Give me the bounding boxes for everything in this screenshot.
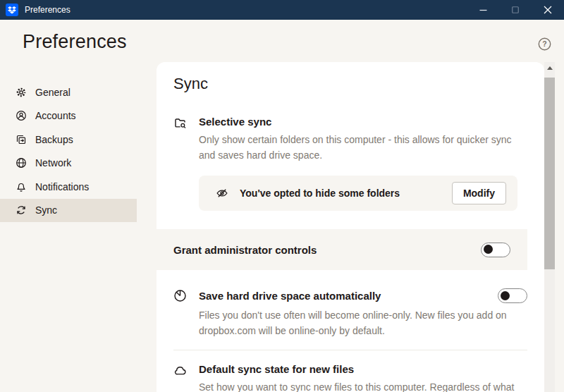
svg-text:?: ? bbox=[542, 39, 546, 48]
globe-icon bbox=[16, 157, 27, 169]
close-button[interactable] bbox=[532, 0, 564, 20]
gear-icon bbox=[16, 87, 27, 98]
sidebar-item-general[interactable]: General bbox=[0, 80, 137, 104]
backup-copy-icon bbox=[16, 134, 27, 145]
sidebar-item-sync[interactable]: Sync bbox=[0, 199, 137, 223]
hidden-folders-banner: You've opted to hide some folders Modify bbox=[199, 176, 517, 211]
hidden-folders-message: You've opted to hide some folders bbox=[240, 188, 400, 199]
window-title: Preferences bbox=[25, 5, 70, 15]
minimize-icon bbox=[479, 6, 487, 14]
section-heading: Sync bbox=[173, 75, 527, 93]
sidebar: General Accounts Backups Network Notific… bbox=[0, 80, 137, 222]
scroll-up-button[interactable] bbox=[544, 62, 555, 73]
default-sync-description: Set how you want to sync new files to th… bbox=[199, 379, 527, 392]
minimize-button[interactable] bbox=[467, 0, 499, 20]
person-circle-icon bbox=[16, 110, 27, 121]
page-title: Preferences bbox=[23, 31, 127, 53]
sidebar-item-network[interactable]: Network bbox=[0, 152, 137, 176]
save-space-title: Save hard drive space automatically bbox=[199, 290, 381, 302]
help-icon: ? bbox=[538, 37, 551, 51]
default-sync-title: Default sync state for new files bbox=[199, 363, 527, 375]
sidebar-item-label: Backups bbox=[35, 134, 73, 145]
sidebar-item-label: General bbox=[35, 87, 70, 98]
sidebar-item-backups[interactable]: Backups bbox=[0, 128, 137, 152]
scrollbar bbox=[544, 62, 555, 392]
toggle-knob bbox=[501, 291, 510, 300]
sidebar-item-accounts[interactable]: Accounts bbox=[0, 104, 137, 128]
save-space-description: Files you don't use often will become on… bbox=[199, 307, 527, 338]
default-sync-section: Default sync state for new files Set how… bbox=[173, 363, 527, 392]
dropbox-logo-icon bbox=[6, 4, 18, 16]
folder-search-icon bbox=[173, 116, 188, 211]
toggle-knob bbox=[484, 245, 493, 254]
section-divider bbox=[173, 350, 527, 350]
sync-settings-panel: Sync Selective sync Only show certain fo… bbox=[157, 62, 544, 392]
admin-controls-toggle[interactable] bbox=[481, 243, 510, 257]
scrollbar-thumb[interactable] bbox=[544, 78, 555, 269]
sidebar-item-label: Network bbox=[35, 157, 71, 169]
selective-sync-title: Selective sync bbox=[199, 116, 527, 128]
admin-controls-label: Grant administrator controls bbox=[173, 244, 317, 256]
close-icon bbox=[544, 6, 552, 14]
sync-arrows-icon bbox=[16, 204, 27, 216]
sidebar-item-label: Notifications bbox=[35, 181, 89, 192]
cloud-icon bbox=[173, 363, 188, 392]
selective-sync-description: Only show certain folders on this comput… bbox=[199, 132, 527, 163]
window-controls bbox=[467, 0, 564, 20]
maximize-button[interactable] bbox=[499, 0, 532, 20]
sidebar-item-label: Accounts bbox=[35, 110, 76, 121]
sidebar-item-label: Sync bbox=[35, 204, 57, 216]
save-space-section: Save hard drive space automatically File… bbox=[173, 288, 527, 338]
pie-chart-icon bbox=[173, 288, 188, 338]
titlebar: Preferences bbox=[0, 0, 564, 20]
save-space-toggle[interactable] bbox=[498, 288, 527, 303]
maximize-icon bbox=[512, 6, 519, 13]
admin-controls-row: Grant administrator controls bbox=[157, 229, 527, 270]
modify-button[interactable]: Modify bbox=[452, 182, 506, 204]
help-button[interactable]: ? bbox=[538, 37, 551, 51]
bell-icon bbox=[16, 181, 27, 192]
eye-off-icon bbox=[216, 187, 228, 200]
scroll-up-arrow-icon bbox=[547, 66, 553, 70]
sidebar-item-notifications[interactable]: Notifications bbox=[0, 175, 137, 199]
selective-sync-section: Selective sync Only show certain folders… bbox=[173, 116, 527, 211]
